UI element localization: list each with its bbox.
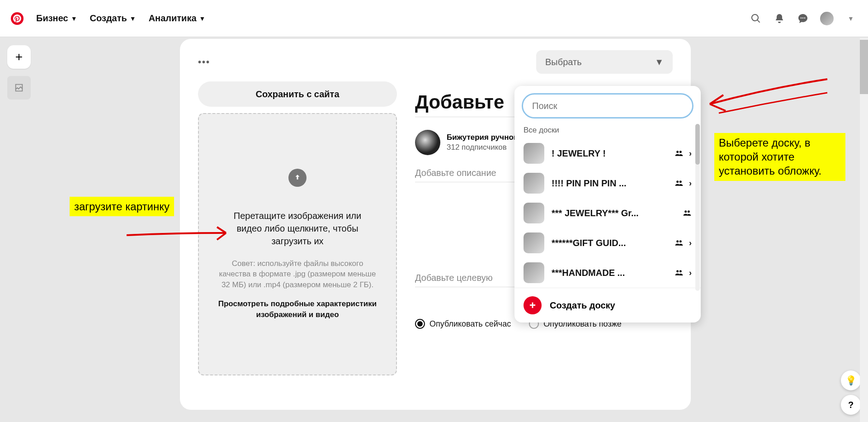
board-name: !!!! PIN PIN PIN ... bbox=[552, 178, 667, 189]
board-item[interactable]: !!!! PIN PIN PIN ... › bbox=[514, 168, 701, 198]
chevron-down-icon: ▼ bbox=[71, 15, 77, 22]
profile-avatar[interactable] bbox=[415, 130, 440, 155]
board-search-input[interactable] bbox=[522, 93, 693, 119]
board-item[interactable]: ! JEWELRY ! › bbox=[514, 138, 701, 168]
nav-analytics[interactable]: Аналитика ▼ bbox=[149, 13, 206, 24]
group-icon bbox=[675, 149, 684, 158]
chevron-down-icon: ▼ bbox=[655, 57, 664, 67]
more-button[interactable]: ••• bbox=[198, 57, 210, 67]
chat-icon[interactable] bbox=[797, 12, 809, 25]
group-icon bbox=[675, 179, 684, 188]
board-icons: › bbox=[675, 238, 692, 248]
nav-label: Бизнес bbox=[36, 13, 68, 24]
page-scrollbar[interactable] bbox=[860, 38, 868, 422]
select-board-label: Выбрать bbox=[545, 57, 582, 67]
chevron-right-icon: › bbox=[689, 268, 692, 278]
account-chevron-icon[interactable]: ▼ bbox=[844, 12, 857, 25]
scroll-thumb[interactable] bbox=[695, 124, 700, 165]
board-icons bbox=[683, 209, 692, 218]
group-icon bbox=[675, 238, 684, 247]
board-thumbnail bbox=[524, 262, 544, 283]
upload-dropzone[interactable]: Перетащите изображения или видео либо ще… bbox=[198, 113, 397, 375]
board-name: ******GIFT GUID... bbox=[552, 238, 667, 248]
help-button[interactable]: ? bbox=[841, 395, 861, 415]
board-thumbnail bbox=[524, 143, 544, 164]
nav-business[interactable]: Бизнес ▼ bbox=[36, 13, 77, 24]
dropdown-scrollbar[interactable] bbox=[695, 124, 700, 291]
board-icons: › bbox=[675, 268, 692, 278]
scroll-thumb[interactable] bbox=[860, 40, 868, 94]
add-pin-button[interactable]: + bbox=[7, 45, 31, 69]
chevron-right-icon: › bbox=[689, 238, 692, 248]
search-icon[interactable] bbox=[750, 12, 762, 25]
header-left: Бизнес ▼ Создать ▼ Аналитика ▼ bbox=[11, 12, 205, 25]
board-item[interactable]: ***HANDMADE ... › bbox=[514, 258, 701, 288]
board-item[interactable]: *** JEWELRY*** Gr... bbox=[514, 198, 701, 228]
upload-main-text: Перетащите изображения или видео либо ще… bbox=[208, 209, 387, 247]
rail-thumbnail[interactable] bbox=[7, 76, 31, 100]
board-list[interactable]: ! JEWELRY ! › !!!! PIN PIN PIN ... › ***… bbox=[514, 138, 701, 288]
group-icon bbox=[675, 268, 684, 277]
arrow-annotation-right bbox=[701, 70, 836, 124]
annotation-right: Выберете доску, в которой хотите установ… bbox=[714, 133, 845, 181]
nav-label: Создать bbox=[90, 13, 127, 24]
board-icons: › bbox=[675, 179, 692, 188]
create-board-button[interactable]: + Создать доску bbox=[514, 288, 701, 322]
chevron-right-icon: › bbox=[689, 149, 692, 158]
plus-icon: + bbox=[15, 50, 23, 64]
group-icon bbox=[683, 209, 692, 218]
board-picker-dropdown: Все доски ! JEWELRY ! › !!!! PIN PIN PIN… bbox=[514, 86, 701, 322]
board-thumbnail bbox=[524, 203, 544, 223]
select-board-dropdown[interactable]: Выбрать ▼ bbox=[536, 50, 673, 74]
board-name: ***HANDMADE ... bbox=[552, 268, 667, 278]
bell-icon[interactable] bbox=[773, 12, 786, 25]
publish-now-label: Опубликовать сейчас bbox=[429, 319, 511, 329]
upload-column: Сохранить с сайта Перетащите изображения… bbox=[198, 81, 397, 375]
header-right: ▼ bbox=[750, 12, 857, 25]
avatar[interactable] bbox=[820, 12, 834, 25]
board-name: *** JEWELRY*** Gr... bbox=[552, 208, 675, 218]
pinterest-logo[interactable] bbox=[11, 12, 24, 25]
publish-now-radio[interactable]: Опубликовать сейчас bbox=[415, 319, 511, 329]
plus-icon: + bbox=[524, 296, 542, 314]
board-thumbnail bbox=[524, 173, 544, 194]
nav-label: Аналитика bbox=[149, 13, 197, 24]
header: Бизнес ▼ Создать ▼ Аналитика ▼ ▼ bbox=[0, 0, 868, 37]
chevron-down-icon: ▼ bbox=[130, 15, 136, 22]
save-from-site-label: Сохранить с сайта bbox=[255, 89, 339, 100]
board-name: ! JEWELRY ! bbox=[552, 148, 667, 159]
nav-create[interactable]: Создать ▼ bbox=[90, 13, 136, 24]
chevron-right-icon: › bbox=[689, 179, 692, 188]
idea-button[interactable]: 💡 bbox=[841, 370, 861, 390]
chevron-down-icon: ▼ bbox=[199, 15, 206, 22]
left-rail: + bbox=[7, 45, 31, 100]
card-top: ••• Выбрать ▼ bbox=[198, 50, 673, 74]
dropdown-search-wrap bbox=[514, 86, 701, 126]
board-icons: › bbox=[675, 149, 692, 158]
save-from-site-button[interactable]: Сохранить с сайта bbox=[198, 81, 397, 107]
create-board-label: Создать доску bbox=[550, 300, 615, 311]
board-item[interactable]: ******GIFT GUID... › bbox=[514, 228, 701, 258]
dropdown-section-label: Все доски bbox=[514, 126, 701, 138]
annotation-left: загрузите картинку bbox=[70, 197, 174, 216]
help-stack: 💡 ? bbox=[841, 370, 861, 415]
radio-icon bbox=[415, 319, 425, 329]
upload-icon bbox=[288, 169, 307, 187]
upload-specs-link: Просмотреть подробные характеристики изо… bbox=[208, 299, 387, 320]
board-thumbnail bbox=[524, 232, 544, 253]
upload-hint-text: Совет: используйте файлы высокого качест… bbox=[208, 258, 387, 290]
